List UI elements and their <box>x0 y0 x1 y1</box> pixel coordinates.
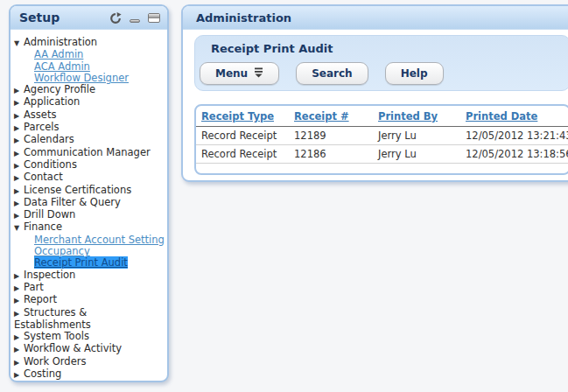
table-cell: Record Receipt <box>196 130 289 142</box>
tree-link-label[interactable]: Workflow Designer <box>34 72 129 84</box>
receipt-print-audit-panel: Receipt Print Audit Menu Search <box>194 35 568 91</box>
menu-button[interactable]: Menu <box>200 62 279 85</box>
search-button[interactable]: Search <box>296 62 368 85</box>
tree-node-label: License Certifications <box>24 184 131 196</box>
collapsed-arrow-icon[interactable]: ▶ <box>14 135 23 146</box>
collapsed-arrow-icon[interactable]: ▶ <box>14 357 23 368</box>
table-cell: Jerry Lu <box>373 148 460 160</box>
tree-link-label[interactable]: Receipt Print Audit <box>34 256 128 269</box>
tree-node-label: Workflow & Activity <box>24 342 122 354</box>
tree-node-costing[interactable]: ▶Costing <box>14 368 165 381</box>
administration-title: Administration <box>196 11 291 24</box>
tree-link-label[interactable]: AA Admin <box>34 48 83 60</box>
tree-node-system-tools[interactable]: ▶System Tools <box>14 331 165 343</box>
column-header-printed-date: Printed Date <box>460 110 568 122</box>
setup-title: Setup <box>19 10 109 24</box>
tree-node-parcels[interactable]: ▶Parcels <box>14 122 165 134</box>
collapsed-arrow-icon[interactable]: ▶ <box>14 97 23 108</box>
collapsed-arrow-icon[interactable]: ▶ <box>14 186 23 197</box>
expanded-arrow-icon[interactable]: ▼ <box>14 38 23 49</box>
expanded-arrow-icon[interactable]: ▼ <box>14 222 23 234</box>
table-row: Record Receipt12186Jerry Lu12/05/2012 13… <box>196 145 568 164</box>
tree-link-aa-admin: AA Admin <box>34 49 165 60</box>
collapsed-arrow-icon[interactable]: ▶ <box>14 283 23 294</box>
collapsed-arrow-icon[interactable]: ▶ <box>14 198 23 209</box>
tree-node-label: Agency Profile <box>24 83 95 95</box>
tree-node-data-filter-query[interactable]: ▶Data Filter & Query <box>14 197 165 209</box>
setup-panel: Setup ▼AdministrationAA AdminACA AdminWo… <box>9 4 169 382</box>
tree-node-label: Communication Manager <box>24 146 151 158</box>
tree-link-aca-admin: ACA Admin <box>34 61 165 73</box>
tree-node-license-certifications[interactable]: ▶License Certifications <box>14 185 165 197</box>
tree-node-calendars[interactable]: ▶Calendars <box>14 134 165 146</box>
audit-table-header: Receipt TypeReceipt #Printed ByPrinted D… <box>196 106 568 127</box>
table-cell: Record Receipt <box>196 148 289 160</box>
tree-link-workflow-designer: Workflow Designer <box>34 73 165 84</box>
maximize-icon[interactable] <box>148 13 160 23</box>
collapsed-arrow-icon[interactable]: ▶ <box>14 122 23 134</box>
tree-link-label[interactable]: ACA Admin <box>34 60 90 73</box>
tree-link-occupancy: Occupancy <box>34 246 165 257</box>
column-header-receipt-type: Receipt Type <box>196 110 289 122</box>
tree-node-contact[interactable]: ▶Contact <box>14 172 165 184</box>
tree-node-part[interactable]: ▶Part <box>14 282 165 294</box>
collapsed-arrow-icon[interactable]: ▶ <box>14 369 23 381</box>
column-header-link[interactable]: Receipt Type <box>201 110 274 122</box>
tree-node-administration[interactable]: ▼Administration <box>14 37 165 49</box>
collapsed-arrow-icon[interactable]: ▶ <box>14 172 23 184</box>
table-cell: 12/05/2012 13:18:56 <box>460 148 568 160</box>
toolbar-button-row: Menu Search Help <box>200 62 568 85</box>
tree-node-inspection[interactable]: ▶Inspection <box>14 270 165 282</box>
table-cell: 12186 <box>289 148 373 160</box>
collapsed-arrow-icon[interactable]: ▶ <box>14 270 23 282</box>
table-row: Record Receipt12189Jerry Lu12/05/2012 13… <box>196 127 568 145</box>
tree-node-work-orders[interactable]: ▶Work Orders <box>14 356 165 368</box>
tree-node-report[interactable]: ▶Report <box>14 294 165 306</box>
tree-node-finance[interactable]: ▼Finance <box>14 221 165 234</box>
tree-node-agency-profile[interactable]: ▶Agency Profile <box>14 84 165 96</box>
collapsed-arrow-icon[interactable]: ▶ <box>14 85 23 96</box>
tree-node-workflow-activity[interactable]: ▶Workflow & Activity <box>14 343 165 355</box>
tree-node-drill-down[interactable]: ▶Drill Down <box>14 209 165 221</box>
tree-node-label: Costing <box>24 368 61 380</box>
help-button[interactable]: Help <box>385 62 444 85</box>
tree-node-label: Part <box>24 281 44 293</box>
tree-link-receipt-print-audit: Receipt Print Audit <box>34 257 165 269</box>
column-header-link[interactable]: Receipt # <box>294 110 349 122</box>
tree-node-time-accounting[interactable]: ▶Time Accounting <box>14 381 165 382</box>
table-cell: 12189 <box>289 130 373 142</box>
collapsed-arrow-icon[interactable]: ▶ <box>14 160 23 172</box>
collapsed-arrow-icon[interactable]: ▶ <box>14 110 23 122</box>
tree-node-label: Report <box>24 293 57 305</box>
tree-node-assets[interactable]: ▶Assets <box>14 109 165 122</box>
collapsed-arrow-icon[interactable]: ▶ <box>14 148 23 159</box>
audit-table-panel: Receipt TypeReceipt #Printed ByPrinted D… <box>194 104 568 175</box>
tree-node-conditions[interactable]: ▶Conditions <box>14 159 165 172</box>
window-controls <box>109 11 160 24</box>
tree-node-label: Application <box>24 95 80 108</box>
audit-table-body: Record Receipt12189Jerry Lu12/05/2012 13… <box>196 127 568 164</box>
collapsed-arrow-icon[interactable]: ▶ <box>14 332 23 343</box>
administration-body: Receipt Print Audit Menu Search <box>183 30 568 175</box>
collapsed-arrow-icon[interactable]: ▶ <box>14 308 23 319</box>
tree-node-application[interactable]: ▶Application <box>14 96 165 108</box>
menu-dropdown-icon <box>254 66 263 80</box>
column-header-receipt: Receipt # <box>289 110 373 122</box>
collapsed-arrow-icon[interactable]: ▶ <box>14 382 23 382</box>
tree-node-label: Contact <box>24 171 63 183</box>
refresh-icon[interactable] <box>109 11 122 24</box>
tree-node-structures-establishments[interactable]: ▶Structures & Establishments <box>14 307 165 332</box>
column-header-link[interactable]: Printed By <box>378 110 438 122</box>
tree-node-label: Inspection <box>24 269 75 281</box>
collapsed-arrow-icon[interactable]: ▶ <box>14 344 23 355</box>
tree-link-label[interactable]: Merchant Account Setting <box>34 234 165 246</box>
tree-link-label[interactable]: Occupancy <box>34 245 90 257</box>
administration-panel: Administration Receipt Print Audit Menu <box>181 4 568 182</box>
tree-node-label: Parcels <box>24 121 60 133</box>
column-header-link[interactable]: Printed Date <box>466 110 537 122</box>
tree-node-label: Data Filter & Query <box>24 196 121 208</box>
minimize-icon[interactable] <box>130 19 140 23</box>
collapsed-arrow-icon[interactable]: ▶ <box>14 210 23 221</box>
tree-node-communication-manager[interactable]: ▶Communication Manager <box>14 147 165 159</box>
collapsed-arrow-icon[interactable]: ▶ <box>14 295 23 306</box>
